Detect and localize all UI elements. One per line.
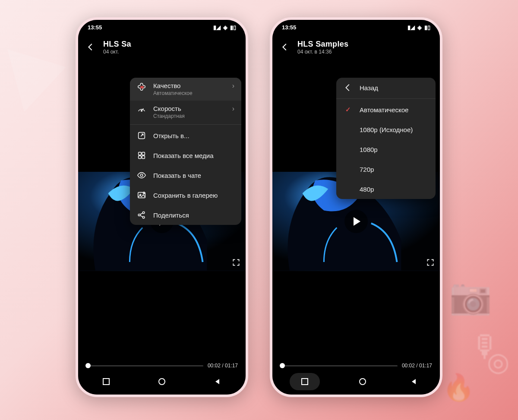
status-icons: ▮◢ ◈ ▮▯ — [407, 24, 430, 31]
svg-rect-5 — [142, 152, 145, 155]
video-subtitle: 04 окт. в 14:36 — [297, 49, 348, 55]
nav-recents-button[interactable] — [98, 373, 115, 390]
options-menu: Качество Автоматическое › Скорость Станд… — [130, 78, 241, 225]
svg-point-8 — [140, 174, 143, 177]
svg-point-2 — [141, 110, 142, 111]
quality-option-1080-label: 1080p — [360, 146, 429, 153]
speedometer-icon — [137, 105, 146, 114]
svg-point-15 — [159, 379, 165, 385]
wifi-icon: ◈ — [417, 24, 422, 31]
share-icon — [137, 210, 146, 220]
menu-item-share[interactable]: Поделиться — [130, 205, 241, 225]
svg-rect-1 — [140, 86, 143, 88]
settings-hd-icon — [137, 82, 146, 92]
signal-icon: ▮◢ — [407, 24, 415, 31]
video-title: HLS Sa — [103, 40, 131, 49]
svg-rect-14 — [103, 379, 109, 385]
menu-item-show-all-media-label: Показать все медиа — [153, 152, 234, 159]
svg-rect-4 — [139, 152, 141, 155]
menu-item-save-gallery[interactable]: Сохранить в галерею — [130, 185, 241, 205]
svg-point-18 — [360, 379, 366, 385]
quality-option-720-label: 720p — [360, 166, 429, 173]
menu-item-quality-label: Качество — [153, 82, 225, 89]
quality-option-1080[interactable]: 1080p — [336, 139, 436, 159]
quality-menu: Назад ✓ Автоматическое 1080p (Исходное) … — [336, 78, 436, 199]
back-button[interactable] — [280, 42, 290, 52]
bg-decor-camera-icon: 📷 — [449, 276, 492, 317]
android-navbar — [272, 372, 440, 391]
chevron-right-icon: › — [232, 82, 234, 90]
menu-item-speed-label: Скорость — [153, 105, 225, 112]
menu-item-quality[interactable]: Качество Автоматическое › — [130, 78, 241, 101]
bg-decor-donut-icon: ◎ — [487, 347, 509, 377]
quality-option-480-label: 480p — [360, 186, 429, 193]
fullscreen-icon[interactable] — [232, 258, 240, 267]
video-subtitle: 04 окт. — [103, 49, 131, 55]
menu-item-show-all-media[interactable]: Показать все медиа — [130, 145, 241, 165]
battery-icon: ▮▯ — [230, 24, 236, 31]
svg-rect-7 — [142, 156, 145, 158]
bg-decor-fire-icon: 🔥 — [442, 372, 475, 403]
video-title: HLS Samples — [297, 40, 348, 49]
menu-item-speed[interactable]: Скорость Стандартная › — [130, 101, 241, 123]
eye-icon — [137, 171, 146, 180]
quality-option-auto-label: Автоматическое — [360, 106, 429, 114]
quality-option-auto[interactable]: ✓ Автоматическое — [336, 100, 436, 120]
quality-option-480[interactable]: 480p — [336, 179, 436, 199]
arrow-left-icon — [343, 83, 353, 92]
phone-right: 13:55 ▮◢ ◈ ▮▯ HLS Samples 04 окт. в 14:3… — [270, 17, 442, 397]
nav-recents-button[interactable] — [290, 373, 320, 390]
menu-item-share-label: Поделиться — [153, 212, 234, 219]
svg-rect-6 — [139, 156, 141, 158]
open-external-icon — [137, 131, 146, 140]
quality-option-1080-source[interactable]: 1080p (Исходное) — [336, 120, 436, 139]
wifi-icon: ◈ — [223, 24, 227, 31]
status-icons: ▮◢ ◈ ▮▯ — [213, 24, 236, 31]
seekbar[interactable] — [86, 365, 203, 366]
fullscreen-icon[interactable] — [426, 258, 435, 267]
nav-home-button[interactable] — [153, 373, 171, 390]
menu-item-show-in-chat-label: Показать в чате — [153, 172, 234, 179]
nav-back-button[interactable] — [209, 373, 226, 390]
svg-rect-17 — [302, 379, 308, 385]
grid-icon — [137, 151, 146, 160]
chevron-right-icon: › — [232, 105, 234, 113]
checkmark-icon: ✓ — [343, 105, 353, 114]
player-header: HLS Samples 04 окт. в 14:36 — [272, 35, 440, 60]
menu-item-quality-value: Автоматическое — [153, 90, 225, 96]
player-header: HLS Sa 04 окт. — [78, 35, 246, 60]
seekbar-row: 00:02 / 01:17 — [280, 363, 432, 369]
menu-item-speed-value: Стандартная — [153, 113, 225, 119]
quality-menu-back[interactable]: Назад — [336, 78, 436, 98]
status-bar: 13:55 ▮◢ ◈ ▮▯ — [78, 20, 246, 35]
seekbar-row: 00:02 / 01:17 — [86, 363, 238, 369]
save-image-icon — [137, 190, 146, 200]
battery-icon: ▮▯ — [424, 24, 430, 31]
menu-item-show-in-chat[interactable]: Показать в чате — [130, 165, 241, 185]
seekbar[interactable] — [280, 365, 398, 366]
status-bar: 13:55 ▮◢ ◈ ▮▯ — [272, 20, 440, 35]
status-time: 13:55 — [88, 24, 102, 31]
status-time: 13:55 — [282, 24, 296, 31]
phone-left: 13:55 ▮◢ ◈ ▮▯ HLS Sa 04 окт. — [76, 17, 248, 397]
nav-back-button[interactable] — [405, 373, 423, 390]
menu-separator — [336, 98, 436, 99]
signal-icon: ▮◢ — [213, 24, 221, 31]
quality-menu-back-label: Назад — [360, 84, 429, 92]
quality-option-1080-source-label: 1080p (Исходное) — [360, 126, 429, 133]
quality-option-720[interactable]: 720p — [336, 159, 436, 179]
menu-item-save-gallery-label: Сохранить в галерею — [153, 192, 234, 199]
menu-item-open-in[interactable]: Открыть в... — [130, 126, 241, 145]
time-display: 00:02 / 01:17 — [208, 363, 238, 369]
menu-separator — [130, 124, 241, 125]
nav-home-button[interactable] — [354, 373, 371, 390]
back-button[interactable] — [86, 42, 95, 52]
android-navbar — [78, 372, 246, 391]
menu-item-open-in-label: Открыть в... — [153, 132, 234, 139]
time-display: 00:02 / 01:17 — [402, 363, 432, 369]
play-button[interactable] — [344, 210, 368, 233]
